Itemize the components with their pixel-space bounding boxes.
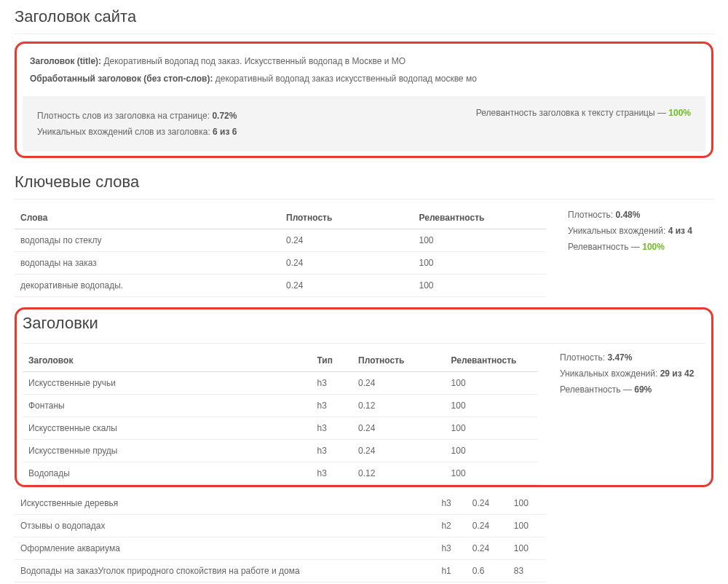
site-title-card: Заголовок (title): Декоративный водопад … [15, 42, 713, 158]
unique-value: 6 из 6 [213, 127, 237, 137]
cell-relevance: 100 [446, 417, 538, 440]
cell-density: 0.24 [467, 537, 508, 560]
kw-density-label: Плотность: [568, 210, 613, 220]
table-row: водопады на заказ0.24100 [15, 252, 546, 275]
kw-relevance-value: 100% [642, 242, 665, 252]
h-density-label: Плотность: [560, 352, 605, 363]
cell-relevance: 100 [414, 275, 547, 297]
cell-density: 0.24 [280, 252, 414, 275]
col-h-type: Тип [311, 350, 352, 372]
col-h-title: Заголовок [23, 350, 311, 372]
cell-density: 0.24 [352, 417, 445, 440]
cell-density: 0.24 [352, 372, 445, 395]
site-title-stats-panel: Плотность слов из заголовка на странице:… [23, 96, 705, 151]
col-relevance: Релевантность [414, 207, 547, 229]
cell-type: h3 [435, 492, 466, 515]
cell-type: h3 [311, 440, 352, 462]
table-row: Искусственные скалыh30.24100 [23, 417, 538, 440]
cell-word: декоративные водопады. [15, 275, 280, 297]
cell-word: водопады по стеклу [15, 229, 280, 252]
headings-table: Заголовок Тип Плотность Релевантность Ис… [23, 350, 538, 485]
table-row: Фонтаныh30.12100 [23, 395, 538, 417]
headings-card: Заголовки Заголовок Тип Плотность Релева… [15, 307, 713, 487]
h-unique-label: Уникальных вхождений: [560, 368, 657, 379]
cell-density: 0.24 [467, 492, 508, 515]
table-row: декоративные водопады.0.24100 [15, 275, 546, 297]
h-relevance-label: Релевантность — [560, 384, 632, 395]
relevance-label: Релевантность заголовка к тексту страниц… [476, 108, 666, 118]
processed-label: Обработанный заголовок (без стоп-слов): [30, 74, 213, 84]
cell-relevance: 100 [446, 462, 538, 485]
kw-unique-value: 4 из 4 [668, 226, 692, 236]
density-value: 0.72% [212, 111, 237, 121]
density-label: Плотность слов из заголовка на странице: [37, 111, 210, 121]
title-line: Заголовок (title): Декоративный водопад … [30, 52, 698, 70]
relevance-stat: Релевантность заголовка к тексту страниц… [476, 108, 691, 118]
cell-relevance: 100 [508, 492, 546, 515]
cell-density: 0.12 [352, 395, 445, 417]
unique-label: Уникальных вхождений слов из заголовка: [37, 127, 210, 137]
kw-density-value: 0.48% [615, 210, 640, 220]
cell-type: h1 [435, 560, 466, 583]
cell-density: 0.24 [352, 440, 445, 462]
processed-value: декоративный водопад заказ искусственный… [215, 74, 477, 84]
table-row: Отзывы о водопадахh20.24100 [15, 515, 546, 537]
cell-density: 0.12 [352, 462, 445, 485]
section-heading-headings: Заголовки [23, 314, 705, 340]
cell-title: Искусственные пруды [23, 440, 311, 462]
cell-type: h3 [311, 372, 352, 395]
cell-type: h3 [311, 462, 352, 485]
cell-relevance: 100 [508, 537, 546, 560]
col-h-relevance: Релевантность [446, 350, 538, 372]
cell-word: водопады на заказ [15, 252, 280, 275]
headings-side-stats: Плотность: 3.47% Уникальных вхождений: 2… [560, 350, 705, 398]
col-density: Плотность [280, 207, 414, 229]
kw-unique-label: Уникальных вхождений: [568, 226, 665, 236]
cell-relevance: 83 [508, 560, 546, 583]
cell-density: 0.24 [467, 515, 508, 537]
table-row: Искусственные деревьяh30.24100 [15, 492, 546, 515]
cell-density: 0.6 [467, 560, 508, 583]
cell-relevance: 100 [508, 515, 546, 537]
cell-density: 0.24 [280, 229, 414, 252]
col-word: Слова [15, 207, 280, 229]
section-heading-keywords: Ключевые слова [15, 165, 713, 200]
keywords-side-stats: Плотность: 0.48% Уникальных вхождений: 4… [568, 207, 713, 255]
cell-type: h3 [311, 417, 352, 440]
cell-title: Фонтаны [23, 395, 311, 417]
unique-stat: Уникальных вхождений слов из заголовка: … [37, 124, 237, 140]
col-h-density: Плотность [352, 350, 445, 372]
h-density-value: 3.47% [607, 352, 632, 363]
cell-type: h3 [435, 537, 466, 560]
relevance-value: 100% [668, 108, 691, 118]
processed-title-line: Обработанный заголовок (без стоп-слов): … [30, 70, 698, 87]
table-row: Водопады на заказУголок природного споко… [15, 560, 546, 583]
cell-title: Искусственные ручьи [23, 372, 311, 395]
cell-type: h3 [311, 395, 352, 417]
cell-title: Водопады на заказУголок природного споко… [15, 560, 435, 583]
table-row: Водопадыh30.12100 [23, 462, 538, 485]
cell-title: Оформление аквариума [15, 537, 435, 560]
h-relevance-value: 69% [634, 384, 652, 395]
cell-title: Отзывы о водопадах [15, 515, 435, 537]
table-row: Оформление аквариумаh30.24100 [15, 537, 546, 560]
keywords-table: Слова Плотность Релевантность водопады п… [15, 207, 546, 297]
cell-density: 0.24 [280, 275, 414, 297]
cell-relevance: 100 [414, 252, 547, 275]
table-row: водопады по стеклу0.24100 [15, 229, 546, 252]
cell-relevance: 100 [446, 440, 538, 462]
h-unique-value: 29 из 42 [660, 368, 695, 379]
cell-title: Искусственные скалы [23, 417, 311, 440]
cell-type: h2 [435, 515, 466, 537]
table-row: Искусственные ручьиh30.24100 [23, 372, 538, 395]
title-value: Декоративный водопад под заказ. Искусств… [103, 56, 405, 66]
kw-relevance-label: Релевантность — [568, 242, 640, 252]
title-label: Заголовок (title): [30, 56, 101, 66]
density-stat: Плотность слов из заголовка на странице:… [37, 108, 237, 124]
section-heading-site-title: Заголовок сайта [15, 0, 713, 34]
table-row: Искусственные прудыh30.24100 [23, 440, 538, 462]
cell-relevance: 100 [414, 229, 547, 252]
cell-title: Искусственные деревья [15, 492, 435, 515]
cell-relevance: 100 [446, 395, 538, 417]
cell-title: Водопады [23, 462, 311, 485]
